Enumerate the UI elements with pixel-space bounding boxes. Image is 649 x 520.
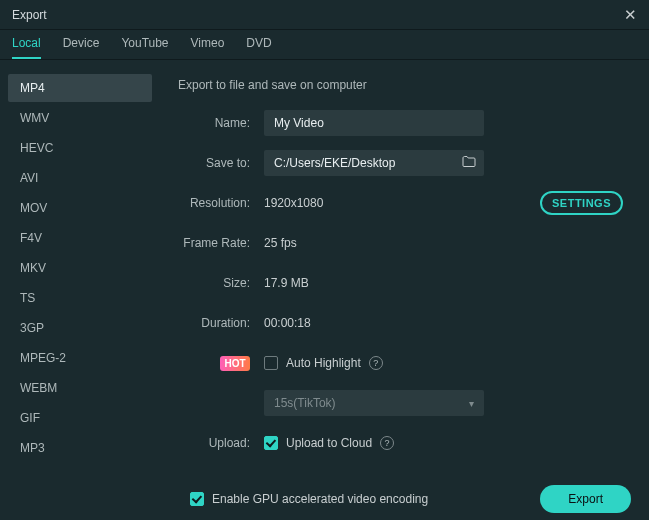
label-upload: Upload: bbox=[178, 436, 264, 450]
help-icon[interactable]: ? bbox=[380, 436, 394, 450]
sidebar-item-mp4[interactable]: MP4 bbox=[8, 74, 152, 102]
sidebar-item-gif[interactable]: GIF bbox=[8, 404, 152, 432]
settings-button[interactable]: SETTINGS bbox=[540, 191, 623, 215]
section-title: Export to file and save on computer bbox=[178, 78, 623, 92]
label-resolution: Resolution: bbox=[178, 196, 264, 210]
upload-cloud-checkbox[interactable] bbox=[264, 436, 278, 450]
sidebar-item-hevc[interactable]: HEVC bbox=[8, 134, 152, 162]
label-name: Name: bbox=[178, 116, 264, 130]
tab-vimeo[interactable]: Vimeo bbox=[191, 36, 225, 59]
sidebar-item-f4v[interactable]: F4V bbox=[8, 224, 152, 252]
sidebar-item-webm[interactable]: WEBM bbox=[8, 374, 152, 402]
sidebar-item-3gp[interactable]: 3GP bbox=[8, 314, 152, 342]
frame-rate-value: 25 fps bbox=[264, 236, 297, 250]
label-frame-rate: Frame Rate: bbox=[178, 236, 264, 250]
tab-youtube[interactable]: YouTube bbox=[121, 36, 168, 59]
name-input[interactable] bbox=[264, 110, 484, 136]
export-button[interactable]: Export bbox=[540, 485, 631, 513]
sidebar-item-mov[interactable]: MOV bbox=[8, 194, 152, 222]
close-icon[interactable]: ✕ bbox=[624, 6, 637, 24]
duration-value: 00:00:18 bbox=[264, 316, 311, 330]
sidebar-item-ts[interactable]: TS bbox=[8, 284, 152, 312]
size-value: 17.9 MB bbox=[264, 276, 309, 290]
export-settings-panel: Export to file and save on computer Name… bbox=[160, 60, 649, 478]
gpu-label: Enable GPU accelerated video encoding bbox=[212, 492, 428, 506]
auto-highlight-label: Auto Highlight bbox=[286, 356, 361, 370]
tab-local[interactable]: Local bbox=[12, 36, 41, 59]
sidebar-item-mpeg2[interactable]: MPEG-2 bbox=[8, 344, 152, 372]
sidebar-item-avi[interactable]: AVI bbox=[8, 164, 152, 192]
gpu-checkbox[interactable] bbox=[190, 492, 204, 506]
label-duration: Duration: bbox=[178, 316, 264, 330]
label-save-to: Save to: bbox=[178, 156, 264, 170]
footer-bar: Enable GPU accelerated video encoding Ex… bbox=[0, 478, 649, 520]
sidebar-item-wmv[interactable]: WMV bbox=[8, 104, 152, 132]
sidebar-item-mkv[interactable]: MKV bbox=[8, 254, 152, 282]
tab-dvd[interactable]: DVD bbox=[246, 36, 271, 59]
sidebar-item-mp3[interactable]: MP3 bbox=[8, 434, 152, 462]
preset-select-value: 15s(TikTok) bbox=[274, 396, 336, 410]
hot-badge: HOT bbox=[220, 356, 250, 371]
label-size: Size: bbox=[178, 276, 264, 290]
folder-icon[interactable] bbox=[462, 156, 476, 171]
window-title: Export bbox=[12, 8, 47, 22]
chevron-down-icon: ▾ bbox=[469, 398, 474, 409]
preset-select[interactable]: 15s(TikTok) ▾ bbox=[264, 390, 484, 416]
save-path-input[interactable] bbox=[264, 150, 484, 176]
auto-highlight-checkbox[interactable] bbox=[264, 356, 278, 370]
tab-device[interactable]: Device bbox=[63, 36, 100, 59]
format-sidebar: MP4 WMV HEVC AVI MOV F4V MKV TS 3GP MPEG… bbox=[0, 60, 160, 478]
help-icon[interactable]: ? bbox=[369, 356, 383, 370]
titlebar: Export ✕ bbox=[0, 0, 649, 30]
resolution-value: 1920x1080 bbox=[264, 196, 323, 210]
upload-cloud-label: Upload to Cloud bbox=[286, 436, 372, 450]
export-tabs: Local Device YouTube Vimeo DVD bbox=[0, 30, 649, 60]
